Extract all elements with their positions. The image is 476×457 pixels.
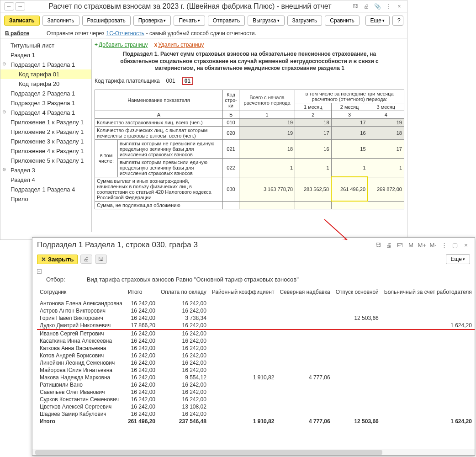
sub-m-icon[interactable]: M	[407, 242, 415, 249]
save-icon[interactable]: 🖫	[351, 3, 360, 10]
value-cell[interactable]: 19	[239, 126, 295, 139]
value-cell[interactable]: 269 872,00	[368, 177, 404, 201]
sidebar-item[interactable]: Приложение 5 к Разделу 1	[0, 156, 91, 165]
value-cell[interactable]: 1	[295, 158, 331, 177]
sub-print-icon[interactable]: 🖨	[385, 242, 393, 249]
sub-mplus-icon[interactable]: M+	[418, 242, 426, 249]
detail-row[interactable]: Ратишвили Вано16 242,0016 242,00	[37, 381, 475, 388]
write-button[interactable]: Записать	[4, 16, 40, 26]
sidebar-item[interactable]: Код тарифа 01	[0, 69, 91, 79]
sidebar-item[interactable]: Подраздел 4 Раздела 1	[0, 108, 91, 117]
tariff-value[interactable]: 01	[182, 77, 193, 85]
value-cell[interactable]	[331, 201, 368, 209]
fill-button[interactable]: Заполнить	[42, 16, 79, 26]
delete-page-link[interactable]: xУдалить страницу	[154, 42, 204, 48]
sidebar-item[interactable]: Раздел 3	[0, 165, 91, 175]
nav-forward-button[interactable]: →	[15, 2, 25, 11]
add-page-link[interactable]: +Добавить страницу	[95, 42, 148, 48]
value-cell[interactable]: 16	[295, 139, 331, 158]
detail-row[interactable]: Макова Надежда Марковна16 242,009 554,12…	[37, 374, 475, 381]
close-icon[interactable]: ×	[395, 3, 403, 10]
collapse-icon[interactable]: −	[37, 269, 42, 274]
detail-row[interactable]: Астров Антон Викторович16 242,0016 242,0…	[37, 307, 475, 314]
value-cell[interactable]	[295, 201, 331, 209]
send-button[interactable]: Отправить	[208, 16, 245, 26]
sidebar-item[interactable]: Код тарифа 20	[0, 79, 91, 89]
sidebar-item[interactable]: Раздел 4	[0, 175, 91, 185]
detail-row[interactable]: Котов Андрей Борисович16 242,0016 242,00	[37, 352, 475, 359]
sub-more-button[interactable]: Еще▾	[446, 254, 470, 264]
section-sidebar[interactable]: Титульный листРаздел 1Подраздел 1 Раздел…	[0, 39, 92, 232]
value-cell[interactable]: 283 562,58	[295, 177, 331, 201]
sidebar-item[interactable]: Подраздел 1 Раздела 4	[0, 185, 91, 194]
report-content: +Добавить страницу xУдалить страницу Под…	[92, 39, 407, 232]
sidebar-item[interactable]: Приложение 3 к Разделу 1	[0, 137, 91, 146]
value-cell[interactable]	[368, 201, 404, 209]
sidebar-item[interactable]: Приложение 1 к Разделу 1	[0, 117, 91, 127]
sub-max-icon[interactable]: ▢	[451, 242, 459, 249]
sub-close-icon[interactable]: ×	[462, 242, 470, 249]
sidebar-item[interactable]: Подраздел 2 Раздела 1	[0, 89, 91, 98]
load-button[interactable]: Загрузить	[287, 16, 323, 26]
value-cell[interactable]: 17	[331, 118, 368, 126]
value-cell[interactable]: 15	[331, 139, 368, 158]
value-cell[interactable]: 17	[368, 139, 404, 158]
detail-row[interactable]: Дудко Дмитрий Николаевич17 866,2016 242,…	[37, 322, 475, 329]
print-icon[interactable]: 🖨	[362, 3, 370, 10]
value-cell[interactable]: 261 496,20	[331, 177, 368, 201]
detail-row[interactable]: Сурков Константин Семенович16 242,0016 2…	[37, 396, 475, 403]
sidebar-item[interactable]: Титульный лист	[0, 41, 91, 50]
detail-row[interactable]: Шадиев Замир Кабулович16 242,0016 242,00	[37, 410, 475, 418]
value-cell[interactable]: 18	[295, 118, 331, 126]
value-cell[interactable]: 19	[368, 118, 404, 126]
upload-button[interactable]: Выгрузка▾	[248, 16, 284, 26]
value-cell[interactable]	[239, 201, 295, 209]
reporting-link[interactable]: 1С-Отчетность	[106, 30, 144, 37]
detail-row[interactable]: Антонова Елена Александровна16 242,0016 …	[37, 300, 475, 307]
detail-col-header: Сотрудник	[37, 288, 125, 300]
sub-mminus-icon[interactable]: M-	[429, 242, 437, 249]
print-button[interactable]: Печать▾	[174, 16, 205, 26]
decode-button[interactable]: Расшифровать	[82, 16, 131, 26]
status-link[interactable]: В работе	[5, 30, 29, 37]
nav-back-button[interactable]: ←	[4, 2, 14, 11]
status-line: В работе Отправьте отчет через 1С-Отчетн…	[0, 28, 407, 39]
sidebar-item[interactable]: Раздел 1	[0, 50, 91, 60]
sidebar-item[interactable]: Прило	[0, 194, 91, 204]
detail-row[interactable]: Касаткина Инна Алексеевна16 242,0016 242…	[37, 337, 475, 345]
detail-row[interactable]: Иванов Сергей Петрович16 242,0016 242,00	[37, 329, 475, 337]
detail-row[interactable]: Савельев Олег Иванович16 242,0016 242,00	[37, 388, 475, 396]
value-cell[interactable]: 1	[331, 158, 368, 177]
more-button[interactable]: Еще▾	[365, 16, 390, 26]
value-cell[interactable]: 19	[239, 118, 295, 126]
sidebar-item[interactable]: Приложение 4 к Разделу 1	[0, 146, 91, 156]
sub-more-icon[interactable]: ⋮	[440, 242, 448, 249]
sub-save-icon[interactable]: 🖫	[374, 242, 382, 249]
help-button[interactable]: ?	[392, 16, 403, 26]
sidebar-item[interactable]: Приложение 2 к Разделу 1	[0, 127, 91, 137]
horizontal-scrollbar[interactable]	[32, 449, 475, 455]
detail-row[interactable]: Каткова Анна Васильевна16 242,0016 242,0…	[37, 345, 475, 352]
value-cell[interactable]: 18	[368, 126, 404, 139]
compare-button[interactable]: Сравнить	[325, 16, 359, 26]
detail-col-header: Оплата по окладу	[158, 288, 209, 300]
more-icon[interactable]: ⋮	[384, 3, 392, 10]
attach-icon[interactable]: 📎	[373, 3, 381, 10]
sub-calc-icon[interactable]: 🗠	[396, 242, 404, 249]
close-button[interactable]: ✕ Закрыть	[37, 255, 78, 264]
detail-row[interactable]: Майорова Юлия Игнатьевна16 242,0016 242,…	[37, 367, 475, 374]
sidebar-item[interactable]: Подраздел 3 Раздела 1	[0, 98, 91, 108]
value-cell[interactable]: 16	[331, 126, 368, 139]
sub-save-button[interactable]: 🖫	[95, 255, 107, 264]
value-cell[interactable]: 3 163 778,78	[239, 177, 295, 201]
sub-print-button[interactable]: 🖨	[80, 255, 92, 264]
detail-row[interactable]: Цветков Алексей Сергеевич16 242,0013 108…	[37, 403, 475, 410]
detail-row[interactable]: Линейкин Леонид Семенович16 242,0016 242…	[37, 359, 475, 367]
value-cell[interactable]: 17	[295, 126, 331, 139]
sidebar-item[interactable]: Подраздел 1 Раздела 1	[0, 60, 91, 69]
detail-row[interactable]: Горин Павел Викторович16 242,003 738,341…	[37, 314, 475, 322]
check-button[interactable]: Проверка▾	[133, 16, 171, 26]
value-cell[interactable]: 1	[368, 158, 404, 177]
value-cell[interactable]: 18	[239, 139, 295, 158]
value-cell[interactable]: 1	[239, 158, 295, 177]
